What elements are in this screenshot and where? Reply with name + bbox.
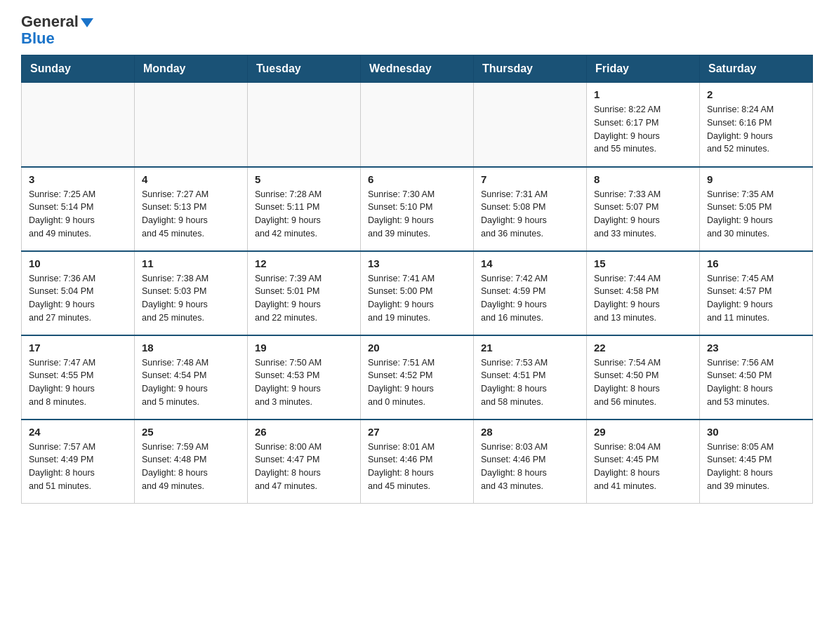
day-info: Sunrise: 7:44 AM Sunset: 4:58 PM Dayligh… bbox=[594, 272, 692, 325]
calendar-day-cell bbox=[474, 83, 587, 167]
day-number: 22 bbox=[594, 342, 692, 354]
day-info: Sunrise: 7:56 AM Sunset: 4:50 PM Dayligh… bbox=[707, 356, 805, 409]
calendar-day-cell: 29Sunrise: 8:04 AM Sunset: 4:45 PM Dayli… bbox=[587, 420, 700, 504]
calendar-day-cell bbox=[248, 83, 361, 167]
calendar-day-cell: 27Sunrise: 8:01 AM Sunset: 4:46 PM Dayli… bbox=[361, 420, 474, 504]
day-number: 18 bbox=[142, 342, 240, 354]
day-number: 19 bbox=[255, 342, 353, 354]
weekday-header-friday: Friday bbox=[587, 55, 700, 83]
calendar-day-cell: 9Sunrise: 7:35 AM Sunset: 5:05 PM Daylig… bbox=[700, 167, 813, 251]
day-info: Sunrise: 7:41 AM Sunset: 5:00 PM Dayligh… bbox=[368, 272, 466, 325]
calendar-day-cell: 14Sunrise: 7:42 AM Sunset: 4:59 PM Dayli… bbox=[474, 251, 587, 335]
day-number: 12 bbox=[255, 257, 353, 269]
calendar-day-cell: 8Sunrise: 7:33 AM Sunset: 5:07 PM Daylig… bbox=[587, 167, 700, 251]
logo-triangle-icon bbox=[81, 18, 93, 27]
day-number: 6 bbox=[368, 173, 466, 185]
day-number: 15 bbox=[594, 257, 692, 269]
day-number: 5 bbox=[255, 173, 353, 185]
calendar-day-cell: 22Sunrise: 7:54 AM Sunset: 4:50 PM Dayli… bbox=[587, 335, 700, 420]
day-info: Sunrise: 8:03 AM Sunset: 4:46 PM Dayligh… bbox=[481, 441, 579, 493]
calendar-day-cell: 17Sunrise: 7:47 AM Sunset: 4:55 PM Dayli… bbox=[22, 335, 135, 420]
day-number: 10 bbox=[29, 257, 127, 269]
day-number: 14 bbox=[481, 257, 579, 269]
weekday-header-sunday: Sunday bbox=[22, 55, 135, 83]
weekday-header-thursday: Thursday bbox=[474, 55, 587, 83]
day-number: 23 bbox=[707, 342, 805, 354]
day-info: Sunrise: 7:50 AM Sunset: 4:53 PM Dayligh… bbox=[255, 356, 353, 409]
calendar-week-row: 1Sunrise: 8:22 AM Sunset: 6:17 PM Daylig… bbox=[22, 83, 813, 167]
calendar-day-cell: 12Sunrise: 7:39 AM Sunset: 5:01 PM Dayli… bbox=[248, 251, 361, 335]
calendar-day-cell: 1Sunrise: 8:22 AM Sunset: 6:17 PM Daylig… bbox=[587, 83, 700, 167]
day-info: Sunrise: 7:53 AM Sunset: 4:51 PM Dayligh… bbox=[481, 356, 579, 409]
day-info: Sunrise: 7:35 AM Sunset: 5:05 PM Dayligh… bbox=[707, 188, 805, 241]
weekday-header-wednesday: Wednesday bbox=[361, 55, 474, 83]
calendar-day-cell: 10Sunrise: 7:36 AM Sunset: 5:04 PM Dayli… bbox=[22, 251, 135, 335]
day-info: Sunrise: 7:30 AM Sunset: 5:10 PM Dayligh… bbox=[368, 188, 466, 241]
calendar-week-row: 3Sunrise: 7:25 AM Sunset: 5:14 PM Daylig… bbox=[22, 167, 813, 251]
day-info: Sunrise: 7:39 AM Sunset: 5:01 PM Dayligh… bbox=[255, 272, 353, 325]
day-info: Sunrise: 7:27 AM Sunset: 5:13 PM Dayligh… bbox=[142, 188, 240, 241]
calendar-day-cell: 21Sunrise: 7:53 AM Sunset: 4:51 PM Dayli… bbox=[474, 335, 587, 420]
day-info: Sunrise: 8:04 AM Sunset: 4:45 PM Dayligh… bbox=[594, 441, 692, 493]
day-info: Sunrise: 7:36 AM Sunset: 5:04 PM Dayligh… bbox=[29, 272, 127, 325]
calendar-day-cell bbox=[135, 83, 248, 167]
calendar-week-row: 10Sunrise: 7:36 AM Sunset: 5:04 PM Dayli… bbox=[22, 251, 813, 335]
weekday-header-saturday: Saturday bbox=[700, 55, 813, 83]
day-number: 16 bbox=[707, 257, 805, 269]
calendar-day-cell: 18Sunrise: 7:48 AM Sunset: 4:54 PM Dayli… bbox=[135, 335, 248, 420]
day-info: Sunrise: 7:48 AM Sunset: 4:54 PM Dayligh… bbox=[142, 356, 240, 409]
day-number: 13 bbox=[368, 257, 466, 269]
calendar-day-cell: 20Sunrise: 7:51 AM Sunset: 4:52 PM Dayli… bbox=[361, 335, 474, 420]
day-info: Sunrise: 7:45 AM Sunset: 4:57 PM Dayligh… bbox=[707, 272, 805, 325]
day-number: 11 bbox=[142, 257, 240, 269]
day-number: 29 bbox=[594, 426, 692, 438]
calendar-day-cell: 25Sunrise: 7:59 AM Sunset: 4:48 PM Dayli… bbox=[135, 420, 248, 504]
day-number: 28 bbox=[481, 426, 579, 438]
calendar-day-cell: 2Sunrise: 8:24 AM Sunset: 6:16 PM Daylig… bbox=[700, 83, 813, 167]
calendar-table: SundayMondayTuesdayWednesdayThursdayFrid… bbox=[21, 55, 813, 504]
logo: General Blue bbox=[21, 14, 93, 48]
weekday-header-tuesday: Tuesday bbox=[248, 55, 361, 83]
calendar-day-cell: 26Sunrise: 8:00 AM Sunset: 4:47 PM Dayli… bbox=[248, 420, 361, 504]
day-info: Sunrise: 8:00 AM Sunset: 4:47 PM Dayligh… bbox=[255, 441, 353, 493]
day-info: Sunrise: 7:42 AM Sunset: 4:59 PM Dayligh… bbox=[481, 272, 579, 325]
day-info: Sunrise: 7:59 AM Sunset: 4:48 PM Dayligh… bbox=[142, 441, 240, 493]
day-number: 3 bbox=[29, 173, 127, 185]
calendar-day-cell: 11Sunrise: 7:38 AM Sunset: 5:03 PM Dayli… bbox=[135, 251, 248, 335]
day-number: 25 bbox=[142, 426, 240, 438]
calendar-day-cell bbox=[361, 83, 474, 167]
calendar-day-cell: 6Sunrise: 7:30 AM Sunset: 5:10 PM Daylig… bbox=[361, 167, 474, 251]
day-number: 30 bbox=[707, 426, 805, 438]
calendar-day-cell: 23Sunrise: 7:56 AM Sunset: 4:50 PM Dayli… bbox=[700, 335, 813, 420]
day-info: Sunrise: 7:57 AM Sunset: 4:49 PM Dayligh… bbox=[29, 441, 127, 493]
day-info: Sunrise: 7:47 AM Sunset: 4:55 PM Dayligh… bbox=[29, 356, 127, 409]
day-number: 20 bbox=[368, 342, 466, 354]
day-number: 27 bbox=[368, 426, 466, 438]
weekday-header-monday: Monday bbox=[135, 55, 248, 83]
calendar-day-cell: 3Sunrise: 7:25 AM Sunset: 5:14 PM Daylig… bbox=[22, 167, 135, 251]
calendar-week-row: 17Sunrise: 7:47 AM Sunset: 4:55 PM Dayli… bbox=[22, 335, 813, 420]
day-number: 21 bbox=[481, 342, 579, 354]
day-number: 8 bbox=[594, 173, 692, 185]
day-number: 24 bbox=[29, 426, 127, 438]
calendar-day-cell: 5Sunrise: 7:28 AM Sunset: 5:11 PM Daylig… bbox=[248, 167, 361, 251]
day-number: 2 bbox=[707, 88, 805, 100]
day-info: Sunrise: 7:31 AM Sunset: 5:08 PM Dayligh… bbox=[481, 188, 579, 241]
day-number: 7 bbox=[481, 173, 579, 185]
calendar-week-row: 24Sunrise: 7:57 AM Sunset: 4:49 PM Dayli… bbox=[22, 420, 813, 504]
day-info: Sunrise: 7:51 AM Sunset: 4:52 PM Dayligh… bbox=[368, 356, 466, 409]
day-info: Sunrise: 8:01 AM Sunset: 4:46 PM Dayligh… bbox=[368, 441, 466, 493]
day-info: Sunrise: 8:22 AM Sunset: 6:17 PM Dayligh… bbox=[594, 103, 692, 156]
day-info: Sunrise: 7:28 AM Sunset: 5:11 PM Dayligh… bbox=[255, 188, 353, 241]
logo-general: General bbox=[21, 14, 79, 29]
day-info: Sunrise: 7:33 AM Sunset: 5:07 PM Dayligh… bbox=[594, 188, 692, 241]
calendar-day-cell: 15Sunrise: 7:44 AM Sunset: 4:58 PM Dayli… bbox=[587, 251, 700, 335]
day-number: 9 bbox=[707, 173, 805, 185]
day-number: 1 bbox=[594, 88, 692, 100]
calendar-day-cell: 4Sunrise: 7:27 AM Sunset: 5:13 PM Daylig… bbox=[135, 167, 248, 251]
calendar-day-cell: 30Sunrise: 8:05 AM Sunset: 4:45 PM Dayli… bbox=[700, 420, 813, 504]
calendar-day-cell: 13Sunrise: 7:41 AM Sunset: 5:00 PM Dayli… bbox=[361, 251, 474, 335]
day-info: Sunrise: 8:24 AM Sunset: 6:16 PM Dayligh… bbox=[707, 103, 805, 156]
header: General Blue bbox=[21, 14, 813, 48]
calendar-day-cell: 7Sunrise: 7:31 AM Sunset: 5:08 PM Daylig… bbox=[474, 167, 587, 251]
